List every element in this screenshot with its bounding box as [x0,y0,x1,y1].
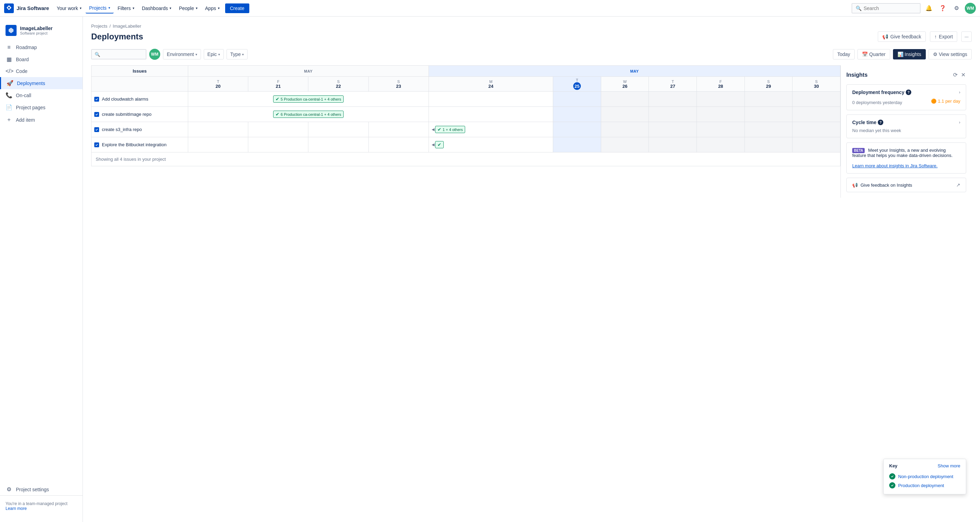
issue-checkbox [94,142,99,147]
issue-name: create submitImage repo [102,112,151,117]
day-header-25: T 25 [553,77,601,92]
sidebar-item-board[interactable]: ▦ Board [0,53,83,65]
oncall-icon: 📞 [6,92,13,99]
chevron-down-icon: ▾ [80,6,81,10]
main-content: Projects / ImageLabeller Deployments 📢 G… [83,17,980,522]
chevron-right-icon[interactable]: › [959,120,960,125]
add-icon: ＋ [6,116,13,123]
toolbar-search-input[interactable] [102,51,143,57]
learn-more-link[interactable]: Learn more [6,506,27,511]
day-header-27: T 27 [649,77,697,92]
logo[interactable]: Jira Software [4,3,49,13]
info-icon[interactable]: ? [906,89,911,95]
give-feedback-insights-button[interactable]: 📢 Give feedback on Insights ↗ [846,178,966,192]
give-feedback-button[interactable]: 📢 Give feedback [878,32,926,42]
insights-view-button[interactable]: 📊 Insights [893,49,926,59]
toolbar-user-avatar[interactable]: WM [149,49,160,60]
chevron-down-icon: ▾ [133,6,134,10]
deployment-cell: ✔ 5 Production ca-central-1 + 4 others [188,92,429,107]
sidebar: ImageLabeller Software project ≡ Roadmap… [0,17,83,522]
quarter-view-button[interactable]: 📅 Quarter [858,49,890,59]
content-area: Issues MAY MAY T [91,65,972,198]
top-navigation: Jira Software Your work ▾ Projects ▾ Fil… [0,0,980,17]
calendar-table: Issues MAY MAY T [91,65,840,166]
more-actions-button[interactable]: ··· [961,32,972,42]
project-icon [6,25,17,36]
breadcrumb-project[interactable]: ImageLabeller [113,24,141,29]
export-button[interactable]: ↑ Export [930,32,957,42]
insights-refresh-button[interactable]: ⟳ [952,71,958,79]
deployment-frequency-title: Deployment frequency ? [852,89,911,95]
sidebar-item-deployments[interactable]: 🚀 Deployments [0,77,83,89]
settings-icon: ⚙ [933,51,937,57]
toolbar-search[interactable]: 🔍 [91,49,146,59]
chevron-down-icon: ▾ [196,53,197,56]
showing-text: Showing all 4 issues in your project [92,152,840,166]
deployment-bar[interactable]: ✔ [435,141,444,148]
nav-apps[interactable]: Apps ▾ [202,3,223,13]
sidebar-item-roadmap[interactable]: ≡ Roadmap [0,42,83,53]
deployments-icon: 🚀 [6,80,13,86]
day-header-28: F 28 [697,77,745,92]
nav-dashboards[interactable]: Dashboards ▾ [138,3,175,13]
deployment-bar[interactable]: ✔ 5 Production ca-central-1 + 4 others [273,96,344,103]
learn-more-insights-link[interactable]: Learn more about insights in Jira Softwa… [852,163,937,168]
settings-button[interactable]: ⚙ [951,3,962,14]
issue-checkbox [94,127,99,132]
nav-people[interactable]: People ▾ [175,3,201,13]
day-header-30: S 30 [792,77,840,92]
day-header-21: F 21 [248,77,309,92]
sidebar-item-project-pages[interactable]: 📄 Project pages [0,101,83,113]
nav-filters[interactable]: Filters ▾ [114,3,138,13]
month-header-may-first: MAY [188,66,429,77]
chevron-right-icon[interactable]: › [959,90,960,95]
day-header-29: S 29 [745,77,792,92]
deployment-bar[interactable]: ✔ 6 Production ca-central-1 + 4 others [273,111,344,118]
insights-close-button[interactable]: ✕ [960,71,966,79]
search-bar[interactable]: 🔍 [851,3,921,13]
deployment-frequency-value: 🟠 1.1 per day [931,99,960,104]
chevron-down-icon: ▾ [242,53,244,56]
deployment-frequency-body: 0 deployments yesterday [852,100,902,105]
help-button[interactable]: ❓ [937,3,948,14]
main-navigation: Your work ▾ Projects ▾ Filters ▾ Dashboa… [53,3,249,13]
user-avatar[interactable]: WM [965,3,976,14]
scroll-left-icon[interactable]: ◀ [432,142,434,147]
sidebar-item-add-item[interactable]: ＋ Add item [0,113,83,126]
nav-projects[interactable]: Projects ▾ [86,3,114,13]
check-icon: ✔ [275,96,279,102]
sidebar-item-code[interactable]: </> Code [0,65,83,77]
create-button[interactable]: Create [225,3,249,13]
issue-checkbox [94,112,99,117]
check-icon: ✔ [438,127,441,132]
issue-name: Explore the Bitbucket integration [102,142,167,147]
sidebar-item-project-settings[interactable]: ⚙ Project settings [0,483,83,495]
day-header-23: S 23 [368,77,428,92]
chevron-down-icon: ▾ [170,6,171,10]
settings-icon: ⚙ [6,486,13,493]
breadcrumb-projects[interactable]: Projects [91,24,107,29]
breadcrumb: Projects / ImageLabeller [91,24,972,29]
sidebar-item-oncall[interactable]: 📞 On-call [0,89,83,101]
search-input[interactable] [864,6,916,11]
nav-your-work[interactable]: Your work ▾ [53,3,85,13]
calendar-wrapper: Issues MAY MAY T [91,65,840,198]
beta-badge: BETA [852,148,865,153]
info-icon[interactable]: ? [878,120,883,125]
environment-filter[interactable]: Environment ▾ [163,49,201,59]
type-filter[interactable]: Type ▾ [226,49,248,59]
logo-text: Jira Software [17,5,49,11]
today-view-button[interactable]: Today [833,49,855,59]
deployment-bar[interactable]: ✔ 1 + 4 others [435,126,465,133]
project-name: ImageLabeller [20,26,52,31]
page-header: Deployments 📢 Give feedback ↑ Export ··· [91,32,972,42]
view-settings-button[interactable]: ⚙ View settings [929,49,972,59]
beta-info-card: BETA Meet your Insights, a new and evolv… [846,142,966,174]
notifications-button[interactable]: 🔔 [923,3,934,14]
chart-icon: 📊 [897,51,903,57]
epic-filter[interactable]: Epic ▾ [204,49,224,59]
table-row: Add cloudwatch alarms ✔ 5 Production ca-… [92,92,840,107]
issue-name: Add cloudwatch alarms [102,96,148,102]
scroll-left-icon[interactable]: ◀ [432,127,434,132]
chevron-down-icon: ▾ [218,6,220,10]
